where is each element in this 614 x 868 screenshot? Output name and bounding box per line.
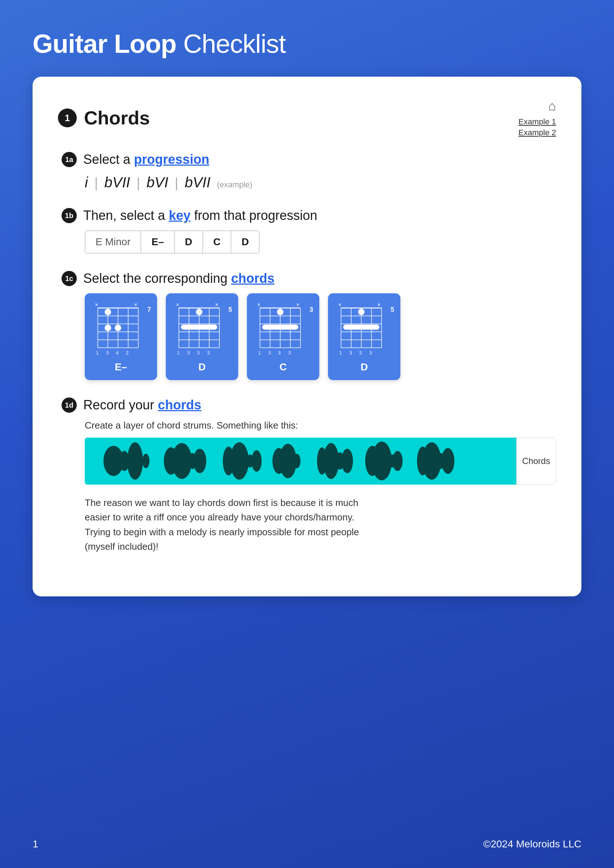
svg-point-75 — [358, 309, 365, 315]
svg-point-96 — [293, 454, 300, 468]
prog-i: i — [85, 174, 88, 191]
svg-text:3: 3 — [349, 350, 352, 355]
step-1d: 1d Record your chords Create a layer of … — [62, 397, 556, 554]
prog-bvii2: bVII — [185, 174, 210, 191]
key-option-d2[interactable]: D — [231, 231, 259, 253]
prog-bvii: bVII — [104, 174, 130, 191]
chord-card-d1[interactable]: 5 × × — [166, 293, 238, 380]
svg-text:×: × — [257, 302, 260, 308]
svg-text:3: 3 — [187, 350, 190, 355]
svg-text:×: × — [338, 302, 341, 308]
record-description: Create a layer of chord strums. Somethin… — [85, 420, 556, 431]
page-number: 1 — [33, 839, 38, 850]
svg-text:×: × — [377, 302, 381, 308]
svg-text:3: 3 — [207, 350, 210, 355]
step-1a: 1a Select a progression i | bVII | bVI |… — [62, 152, 556, 191]
key-option-d1[interactable]: D — [175, 231, 203, 253]
chord-card-c[interactable]: 3 × × 1 3 — [247, 293, 319, 380]
key-option-eminus[interactable]: E– — [141, 231, 174, 253]
section-badge: 1 — [58, 108, 77, 127]
svg-text:×: × — [95, 302, 98, 308]
waveform-track-label: Chords — [516, 438, 556, 485]
svg-text:4: 4 — [116, 350, 118, 355]
example-2-link[interactable]: Example 2 — [518, 128, 556, 138]
svg-text:1: 1 — [258, 350, 261, 355]
prog-bvi: bVI — [147, 174, 168, 191]
svg-text:3: 3 — [197, 350, 199, 355]
step-1c: 1c Select the corresponding chords 7 × × — [62, 271, 556, 380]
svg-text:5: 5 — [391, 306, 394, 313]
svg-text:×: × — [176, 302, 179, 308]
example-1-link[interactable]: Example 1 — [518, 117, 556, 127]
chords-link-1d[interactable]: chords — [158, 397, 201, 412]
svg-point-100 — [341, 449, 353, 473]
svg-text:3: 3 — [106, 350, 109, 355]
step-1a-header: 1a Select a progression — [62, 152, 556, 167]
chord-name-d1: D — [198, 361, 206, 373]
svg-point-55 — [277, 309, 283, 315]
main-card: 1 Chords ⌂ Example 1 Example 2 1a Select… — [33, 77, 581, 597]
waveform-container: Chords 1 D: Chords — [85, 438, 556, 485]
key-link[interactable]: key — [169, 208, 190, 223]
svg-point-84 — [127, 442, 143, 480]
progression-example-label: (example) — [217, 180, 252, 189]
svg-point-104 — [392, 451, 403, 471]
svg-text:2: 2 — [126, 350, 129, 355]
svg-text:3: 3 — [278, 350, 281, 355]
example-links: ⌂ Example 1 Example 2 — [518, 98, 556, 138]
svg-text:×: × — [134, 302, 137, 308]
step-1b: 1b Then, select a key from that progress… — [62, 208, 556, 254]
record-body-text: The reason we want to lay chords down fi… — [85, 496, 360, 554]
chord-diagram-d1: 5 × × — [173, 300, 232, 358]
step-1a-badge: 1a — [62, 152, 77, 167]
chord-diagram-eminus: 7 × × — [91, 300, 151, 358]
svg-text:1: 1 — [177, 350, 180, 355]
svg-rect-56 — [262, 325, 298, 330]
svg-text:3: 3 — [288, 350, 291, 355]
chords-link-1c[interactable]: chords — [231, 271, 274, 286]
progression-display: i | bVII | bVI | bVII (example) — [85, 174, 556, 191]
svg-point-16 — [105, 325, 111, 331]
step-1c-header: 1c Select the corresponding chords — [62, 271, 556, 286]
chord-name-eminus: E– — [115, 361, 127, 373]
svg-rect-36 — [181, 325, 217, 330]
section-header: 1 Chords ⌂ Example 1 Example 2 — [58, 98, 556, 138]
chord-diagrams: 7 × × — [85, 293, 556, 380]
copyright: ©2024 Meloroids LLC — [483, 839, 581, 850]
key-label: E Minor — [85, 231, 141, 253]
step-1d-header: 1d Record your chords — [62, 397, 556, 413]
step-1b-title: Then, select a key from that progression — [83, 208, 317, 223]
svg-point-85 — [142, 454, 149, 468]
svg-text:1: 1 — [339, 350, 342, 355]
chord-name-c: C — [280, 361, 287, 373]
chord-card-d2[interactable]: 5 × × 1 3 — [328, 293, 400, 380]
home-icon[interactable]: ⌂ — [548, 98, 556, 113]
step-1c-badge: 1c — [62, 271, 77, 286]
svg-point-35 — [196, 309, 202, 315]
chord-name-d2: D — [361, 361, 368, 373]
svg-point-14 — [105, 309, 111, 315]
footer: 1 ©2024 Meloroids LLC — [33, 839, 581, 850]
svg-point-108 — [441, 448, 454, 474]
step-1a-title: Select a progression — [83, 152, 209, 167]
chord-diagram-c: 3 × × 1 3 — [253, 300, 313, 358]
chord-diagram-d2: 5 × × 1 3 — [334, 300, 394, 358]
svg-text:7: 7 — [147, 306, 151, 313]
svg-text:×: × — [215, 302, 218, 308]
step-1b-badge: 1b — [62, 208, 77, 223]
svg-text:3: 3 — [359, 350, 362, 355]
section-title-group: 1 Chords — [58, 107, 150, 129]
svg-text:3: 3 — [268, 350, 271, 355]
key-selector: E Minor E– D C D — [85, 230, 260, 254]
key-option-c[interactable]: C — [203, 231, 231, 253]
svg-point-91 — [230, 442, 249, 480]
svg-text:1: 1 — [96, 350, 98, 355]
chord-card-eminus[interactable]: 7 × × — [85, 293, 157, 380]
progression-link[interactable]: progression — [134, 152, 209, 167]
step-1d-badge: 1d — [62, 397, 77, 413]
step-1b-header: 1b Then, select a key from that progress… — [62, 208, 556, 223]
step-1c-title: Select the corresponding chords — [83, 271, 274, 286]
svg-point-15 — [115, 325, 121, 331]
svg-text:3: 3 — [309, 306, 313, 313]
section-title: Chords — [84, 107, 150, 129]
